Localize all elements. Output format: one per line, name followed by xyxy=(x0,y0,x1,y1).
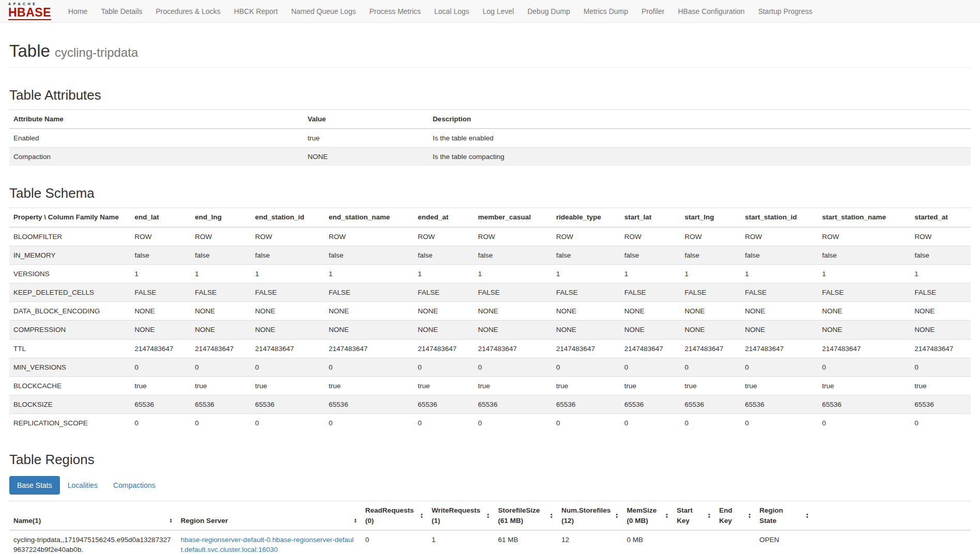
schema-value-cell: 65536 xyxy=(910,395,971,414)
schema-value-cell: true xyxy=(680,376,741,395)
nav-item-log-level[interactable]: Log Level xyxy=(476,7,521,15)
schema-header-row: Property \ Column Family Nameend_latend_… xyxy=(9,208,971,227)
schema-value-cell: true xyxy=(474,376,552,395)
schema-value-cell: FALSE xyxy=(910,283,971,302)
schema-row: IN_MEMORYfalsefalsefalsefalsefalsefalsef… xyxy=(9,246,971,264)
column-header-content: End Key▲▼ xyxy=(719,505,751,525)
region-tabs: Base StatsLocalitiesCompactions xyxy=(9,476,971,495)
sort-down-arrow: ▼ xyxy=(748,516,751,519)
schema-value-cell: ROW xyxy=(251,227,325,246)
attribute-row: CompactionNONEIs the table compacting xyxy=(9,148,971,166)
regions-header-row: Name(1)▲▼Region Server▲▼ReadRequests (0)… xyxy=(9,501,971,530)
hbase-logo[interactable]: APACHE HBASE xyxy=(8,2,51,20)
regions-column-readrequests-0[interactable]: ReadRequests (0)▲▼ xyxy=(361,501,427,530)
region-server-link[interactable]: hbase-regionserver-default-0.hbase-regio… xyxy=(181,536,354,553)
logo-apache-text: APACHE xyxy=(8,2,51,6)
regions-column-name-1[interactable]: Name(1)▲▼ xyxy=(9,501,177,530)
schema-value-cell: 0 xyxy=(620,414,681,433)
attribute-cell: Compaction xyxy=(9,148,303,166)
schema-value-cell: true xyxy=(620,376,681,395)
schema-value-cell: 0 xyxy=(324,358,413,376)
sort-icon: ▲▼ xyxy=(420,513,423,518)
tab-base-stats[interactable]: Base Stats xyxy=(9,476,60,495)
schema-property-cell: BLOOMFILTER xyxy=(9,227,130,246)
schema-family-start-lng: start_lng xyxy=(680,208,741,227)
nav-item-hbck-report[interactable]: HBCK Report xyxy=(227,7,285,15)
nav-item-process-metrics[interactable]: Process Metrics xyxy=(363,7,428,15)
regions-column-end-key[interactable]: End Key▲▼ xyxy=(715,501,755,530)
table-schema-table: Property \ Column Family Nameend_latend_… xyxy=(9,208,971,432)
schema-value-cell: false xyxy=(910,246,971,264)
schema-value-cell: 0 xyxy=(680,414,741,433)
schema-family-start-station-id: start_station_id xyxy=(741,208,818,227)
nav-item-profiler[interactable]: Profiler xyxy=(635,7,671,15)
attributes-column-description: Description xyxy=(428,110,971,129)
column-label: Num.Storefiles (12) xyxy=(562,505,611,525)
schema-property-cell: BLOCKSIZE xyxy=(9,395,130,414)
attributes-heading: Table Attributes xyxy=(9,87,971,103)
schema-value-cell: 2147483647 xyxy=(818,339,910,358)
nav-item-table-details[interactable]: Table Details xyxy=(94,7,149,15)
column-header-content: Start Key▲▼ xyxy=(677,505,711,525)
schema-value-cell: NONE xyxy=(474,321,552,339)
nav-item-home[interactable]: Home xyxy=(61,7,94,15)
region-row-filler xyxy=(813,530,971,556)
schema-value-cell: FALSE xyxy=(414,283,474,302)
nav-item-named-queue-logs[interactable]: Named Queue Logs xyxy=(285,7,363,15)
schema-value-cell: NONE xyxy=(130,302,191,321)
attributes-header-row: Attribute NameValueDescription xyxy=(9,110,971,129)
schema-value-cell: 65536 xyxy=(324,395,413,414)
regions-column-num-storefiles-12[interactable]: Num.Storefiles (12)▲▼ xyxy=(557,501,623,530)
column-label: Region Server xyxy=(181,516,228,526)
nav-item-startup-progress[interactable]: Startup Progress xyxy=(751,7,819,15)
schema-value-cell: ROW xyxy=(620,227,681,246)
nav-menu: HomeTable DetailsProcedures & LocksHBCK … xyxy=(61,7,819,15)
regions-column-memsize-0-mb[interactable]: MemSize (0 MB)▲▼ xyxy=(623,501,673,530)
schema-value-cell: 0 xyxy=(474,414,552,433)
schema-value-cell: 0 xyxy=(324,414,413,433)
schema-value-cell: 0 xyxy=(414,358,474,376)
schema-value-cell: FALSE xyxy=(324,283,413,302)
schema-value-cell: 0 xyxy=(191,414,251,433)
schema-value-cell: NONE xyxy=(414,321,474,339)
regions-column-writerequests-1[interactable]: WriteRequests (1)▲▼ xyxy=(428,501,494,530)
nav-item-metrics-dump[interactable]: Metrics Dump xyxy=(577,7,634,15)
regions-column-storefilesize-61-mb[interactable]: StorefileSize (61 MB)▲▼ xyxy=(494,501,557,530)
schema-value-cell: 1 xyxy=(324,264,413,283)
regions-column-start-key[interactable]: Start Key▲▼ xyxy=(673,501,715,530)
schema-value-cell: true xyxy=(130,376,191,395)
schema-family-rideable-type: rideable_type xyxy=(552,208,620,227)
schema-value-cell: FALSE xyxy=(680,283,741,302)
schema-value-cell: 65536 xyxy=(620,395,681,414)
schema-property-cell: DATA_BLOCK_ENCODING xyxy=(9,302,130,321)
schema-value-cell: NONE xyxy=(552,302,620,321)
region-cell-end-key xyxy=(715,530,755,556)
nav-item-procedures-locks[interactable]: Procedures & Locks xyxy=(149,7,227,15)
sort-icon: ▲▼ xyxy=(665,513,668,518)
schema-value-cell: 1 xyxy=(414,264,474,283)
column-header-content: ReadRequests (0)▲▼ xyxy=(365,505,423,525)
sort-icon: ▲▼ xyxy=(486,513,489,518)
schema-value-cell: FALSE xyxy=(818,283,910,302)
nav-item-local-logs[interactable]: Local Logs xyxy=(428,7,476,15)
tab-compactions[interactable]: Compactions xyxy=(105,476,163,495)
column-label: WriteRequests (1) xyxy=(432,505,483,525)
regions-column-region-state[interactable]: Region State▲▼ xyxy=(755,501,813,530)
schema-value-cell: true xyxy=(324,376,413,395)
region-cell-num-storefiles: 12 xyxy=(557,530,623,556)
page-title-text: Table xyxy=(9,41,50,60)
schema-value-cell: FALSE xyxy=(130,283,191,302)
schema-property-cell: VERSIONS xyxy=(9,264,130,283)
schema-value-cell: NONE xyxy=(474,302,552,321)
nav-item-hbase-configuration[interactable]: HBase Configuration xyxy=(671,7,751,15)
schema-value-cell: false xyxy=(191,246,251,264)
schema-family-member-casual: member_casual xyxy=(474,208,552,227)
schema-value-cell: 2147483647 xyxy=(324,339,413,358)
schema-value-cell: false xyxy=(620,246,681,264)
schema-family-start-station-name: start_station_name xyxy=(818,208,910,227)
tab-localities[interactable]: Localities xyxy=(60,476,105,495)
regions-column-region-server[interactable]: Region Server▲▼ xyxy=(177,501,361,530)
schema-value-cell: 2147483647 xyxy=(620,339,681,358)
schema-property-cell: TTL xyxy=(9,339,130,358)
nav-item-debug-dump[interactable]: Debug Dump xyxy=(521,7,577,15)
